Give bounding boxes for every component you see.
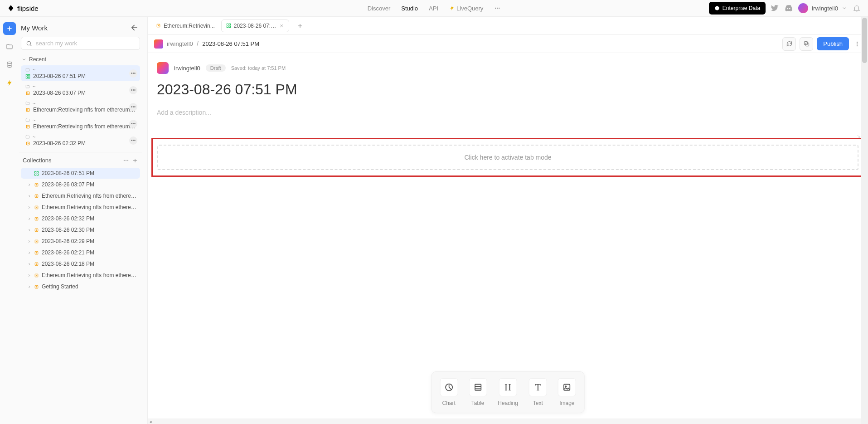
recent-item-name: 2023-08-26 02:32 PM: [33, 140, 86, 146]
breadcrumb-user[interactable]: irwingtell0: [167, 40, 193, 47]
collection-item[interactable]: 2023-08-26 02:32 PM: [21, 213, 140, 224]
vertical-scrollbar[interactable]: [861, 17, 868, 424]
collection-item-name: 2023-08-26 02:18 PM: [42, 261, 94, 267]
svg-rect-42: [564, 384, 570, 390]
svg-point-13: [124, 160, 125, 161]
insert-heading-label: Heading: [498, 400, 518, 406]
document-title[interactable]: 2023-08-26 07:51 PM: [157, 81, 859, 98]
breadcrumb-separator: /: [197, 40, 199, 48]
query-icon: [34, 205, 39, 210]
horizontal-scrollbar[interactable]: ◄ ►: [148, 419, 868, 424]
document-description-placeholder[interactable]: Add a description...: [157, 109, 859, 116]
more-horizontal-icon[interactable]: [494, 5, 500, 11]
collection-item[interactable]: 2023-08-26 07:51 PM: [21, 168, 140, 179]
collection-item[interactable]: Getting Started: [21, 281, 140, 292]
close-icon[interactable]: [279, 23, 284, 29]
collection-item[interactable]: 2023-08-26 03:07 PM: [21, 179, 140, 190]
image-icon: [563, 383, 572, 392]
folder-icon: [25, 135, 30, 139]
recent-item-path: ~: [33, 67, 35, 73]
insert-table-button[interactable]: Table: [469, 378, 487, 406]
chevron-right-icon: [27, 285, 31, 289]
chart-icon: [444, 383, 453, 392]
collection-item[interactable]: 2023-08-26 02:30 PM: [21, 224, 140, 235]
chevron-right-icon: [27, 251, 31, 255]
scrollbar-thumb[interactable]: [862, 18, 867, 63]
collection-item[interactable]: 2023-08-26 02:18 PM: [21, 258, 140, 269]
publish-button[interactable]: Publish: [817, 37, 849, 50]
search-icon: [26, 40, 32, 47]
copy-button[interactable]: [800, 37, 813, 51]
query-icon: [25, 91, 30, 96]
resize-handle-icon[interactable]: [855, 133, 861, 138]
nav-studio[interactable]: Studio: [401, 5, 418, 12]
twitter-icon[interactable]: [771, 4, 779, 12]
recent-item[interactable]: ~2023-08-26 07:51 PM•••: [21, 65, 140, 81]
collection-item[interactable]: 2023-08-26 02:21 PM: [21, 247, 140, 258]
recent-section-header[interactable]: Recent: [19, 54, 142, 64]
recent-item-more-button[interactable]: •••: [129, 103, 137, 111]
collection-item-name: 2023-08-26 07:51 PM: [42, 170, 94, 176]
enterprise-data-button[interactable]: Enterprise Data: [709, 2, 766, 15]
recent-item[interactable]: ~2023-08-26 02:32 PM•••: [21, 132, 140, 148]
my-work-rail-button[interactable]: [3, 40, 16, 53]
search-input[interactable]: [36, 40, 135, 47]
livequery-rail-button[interactable]: [3, 77, 16, 89]
insert-text-button[interactable]: T Text: [529, 378, 547, 406]
chevron-down-icon: [842, 5, 847, 11]
collection-item[interactable]: 2023-08-26 02:29 PM: [21, 236, 140, 247]
folder-icon: [25, 68, 30, 72]
nav-discover[interactable]: Discover: [368, 5, 391, 12]
svg-point-15: [127, 160, 128, 161]
logo[interactable]: flipside: [7, 5, 39, 12]
collections-list: 2023-08-26 07:51 PM2023-08-26 03:07 PMEt…: [19, 167, 142, 292]
search-my-work[interactable]: [21, 37, 140, 50]
add-button[interactable]: [3, 22, 16, 35]
recent-item[interactable]: ~Ethereum:Retrieving nfts from ethereum …: [21, 99, 140, 115]
tab-label: 2023-08-26 07:51 ...: [234, 23, 277, 29]
editor-tab[interactable]: 2023-08-26 07:51 ...: [221, 19, 289, 32]
refresh-button[interactable]: [782, 37, 796, 51]
activate-tab-mode-button[interactable]: Click here to activate tab mode: [157, 145, 858, 170]
collapse-sidebar-icon[interactable]: [129, 23, 138, 32]
svg-point-39: [857, 45, 858, 46]
lightning-icon: [6, 79, 13, 87]
svg-rect-33: [227, 26, 228, 27]
svg-point-1: [497, 8, 498, 9]
insert-heading-button[interactable]: H Heading: [498, 378, 518, 406]
collection-item[interactable]: Ethereum:Retrieving nfts from ethereum..…: [21, 190, 140, 201]
collection-item[interactable]: Ethereum:Retrieving nfts from ethereum..…: [21, 202, 140, 213]
user-avatar: [798, 3, 808, 13]
collections-section-header: Collections: [19, 152, 142, 167]
query-icon: [34, 250, 39, 255]
icon-rail: [0, 17, 19, 424]
svg-rect-41: [475, 384, 480, 390]
recent-item-more-button[interactable]: •••: [129, 120, 137, 128]
add-tab-button[interactable]: [295, 20, 305, 31]
svg-point-37: [857, 41, 858, 42]
recent-item-more-button[interactable]: •••: [129, 136, 137, 145]
recent-item[interactable]: ~2023-08-26 03:07 PM•••: [21, 82, 140, 98]
more-horizontal-icon[interactable]: [123, 157, 129, 164]
query-icon: [25, 141, 30, 146]
more-vertical-button[interactable]: [853, 37, 862, 51]
document-meta: irwingtell0 Draft Saved: today at 7:51 P…: [157, 62, 859, 74]
editor-tab[interactable]: Ethereum:Retrievin...: [151, 19, 219, 32]
nav-api[interactable]: API: [429, 5, 438, 12]
collection-item[interactable]: Ethereum:Retrieving nfts from ethereum..…: [21, 270, 140, 281]
discord-icon[interactable]: [785, 4, 793, 12]
document-username[interactable]: irwingtell0: [174, 65, 200, 72]
chevron-right-icon: [27, 239, 31, 244]
plus-icon[interactable]: [132, 157, 138, 164]
user-menu[interactable]: irwingtell0: [798, 3, 847, 13]
recent-item-more-button[interactable]: •••: [129, 86, 137, 94]
recent-item-more-button[interactable]: •••: [129, 69, 137, 78]
data-rail-button[interactable]: [3, 58, 16, 71]
bell-icon[interactable]: [853, 4, 861, 12]
insert-image-button[interactable]: Image: [558, 378, 576, 406]
cube-icon: [714, 5, 720, 11]
nav-livequery[interactable]: LiveQuery: [449, 5, 483, 12]
insert-chart-button[interactable]: Chart: [440, 378, 458, 406]
scroll-left-arrow-icon[interactable]: ◄: [148, 419, 153, 424]
recent-item[interactable]: ~Ethereum:Retrieving nfts from ethereum …: [21, 116, 140, 132]
